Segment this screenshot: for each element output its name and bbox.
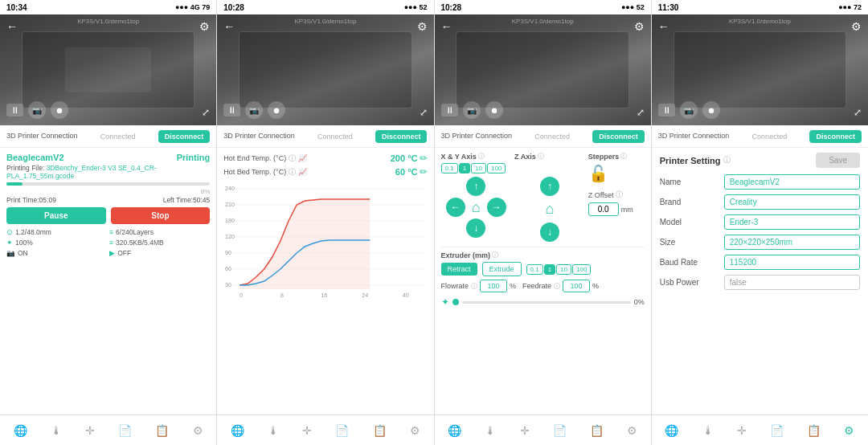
record-btn-4[interactable]: ⏺ xyxy=(702,101,720,119)
disconnect-btn-1[interactable]: Disconnect xyxy=(158,130,211,143)
photo-btn-2[interactable]: 📷 xyxy=(245,101,263,119)
fullscreen-btn-3[interactable]: ⤢ xyxy=(637,107,645,118)
photo-btn-4[interactable]: 📷 xyxy=(680,101,698,119)
hotbed-edit-btn[interactable]: ✏ xyxy=(420,166,428,178)
setting-brand-input[interactable] xyxy=(724,194,860,210)
pause-camera-btn-2[interactable]: ⏸ xyxy=(223,104,240,116)
svg-text:120: 120 xyxy=(225,234,235,239)
nav-move-icon-3[interactable]: ✛ xyxy=(520,424,530,437)
photo-btn-1[interactable]: 📷 xyxy=(28,101,46,119)
bottom-nav: 🌐 🌡 ✛ 📄 📋 ⚙ 🌐 🌡 ✛ 📄 📋 ⚙ 🌐 🌡 ✛ 📄 📋 ⚙ xyxy=(0,414,868,445)
z-offset-input[interactable] xyxy=(588,202,619,216)
fullscreen-btn-2[interactable]: ⤢ xyxy=(420,107,428,118)
nav-move-icon-1[interactable]: ✛ xyxy=(85,424,95,437)
back-btn-3[interactable]: ← xyxy=(441,20,452,33)
setting-row-size: Size xyxy=(660,235,860,250)
progress-pct: 8% xyxy=(6,188,210,195)
connection-title-4: 3D Printer Connection xyxy=(658,132,730,141)
xy-right-btn[interactable]: → xyxy=(487,198,506,217)
nav-temp-icon-3[interactable]: 🌡 xyxy=(485,424,496,437)
xy-up-btn[interactable]: ↑ xyxy=(466,177,485,196)
nav-settings-icon-3[interactable]: ⚙ xyxy=(627,424,637,437)
nav-move-icon-4[interactable]: ✛ xyxy=(737,424,747,437)
record-btn-1[interactable]: ⏺ xyxy=(51,101,68,119)
temp-chart: 240 210 180 120 90 60 30 0 8 16 24 40 xyxy=(223,181,427,301)
fan-speed-value: 0% xyxy=(634,298,645,306)
xy-down-btn[interactable]: ↓ xyxy=(466,218,485,238)
disconnect-btn-3[interactable]: Disconnect xyxy=(592,130,645,143)
flowrate-input[interactable] xyxy=(480,280,507,292)
nav-file-icon-4[interactable]: 📄 xyxy=(770,424,784,437)
connection-status-4: Connected xyxy=(752,133,788,141)
fullscreen-btn-1[interactable]: ⤢ xyxy=(202,107,210,118)
z-down-btn[interactable]: ↓ xyxy=(540,222,559,242)
nav-file-icon-3[interactable]: 📄 xyxy=(553,424,567,437)
connection-bar-2: 3D Printer Connection Connected Disconne… xyxy=(217,125,433,148)
setting-usb-label: Usb Power xyxy=(660,278,724,287)
ext-step-1[interactable]: 1 xyxy=(544,264,555,275)
nav-globe-icon-2[interactable]: 🌐 xyxy=(231,424,244,437)
nav-move-icon-2[interactable]: ✛ xyxy=(302,424,312,437)
save-btn[interactable]: Save xyxy=(816,153,860,168)
xy-jog-controls: ↑ ← ⌂ → ↓ xyxy=(441,177,512,238)
back-btn-2[interactable]: ← xyxy=(223,20,235,33)
feedrate-input[interactable] xyxy=(563,280,590,292)
ext-step-10[interactable]: 10 xyxy=(556,264,571,275)
setting-name-input[interactable] xyxy=(724,174,860,190)
stop-print-btn[interactable]: Stop xyxy=(111,207,211,224)
nav-globe-icon-4[interactable]: 🌐 xyxy=(665,424,678,437)
disconnect-btn-4[interactable]: Disconnect xyxy=(809,130,862,143)
setting-row-model: Model xyxy=(660,214,860,230)
nav-globe-icon-3[interactable]: 🌐 xyxy=(448,424,461,437)
xy-home-btn[interactable]: ⌂ xyxy=(472,199,481,216)
fullscreen-btn-4[interactable]: ⤢ xyxy=(854,107,862,118)
xy-step-1[interactable]: 1 xyxy=(459,163,470,174)
retract-btn[interactable]: Retract xyxy=(441,263,477,276)
ext-step-100[interactable]: 100 xyxy=(572,264,591,275)
nav-file-icon-1[interactable]: 📄 xyxy=(118,424,132,437)
hotend-edit-btn[interactable]: ✏ xyxy=(420,153,428,164)
nav-file2-icon-2[interactable]: 📋 xyxy=(373,424,387,437)
setting-usb-input[interactable] xyxy=(724,275,860,290)
nav-settings-icon-2[interactable]: ⚙ xyxy=(410,424,420,437)
nav-temp-icon-4[interactable]: 🌡 xyxy=(702,424,714,437)
xy-step-10[interactable]: 10 xyxy=(471,163,486,174)
back-btn-4[interactable]: ← xyxy=(658,20,669,33)
pause-camera-btn-3[interactable]: ⏸ xyxy=(441,104,458,116)
disconnect-btn-2[interactable]: Disconnect xyxy=(375,130,428,143)
record-btn-2[interactable]: ⏺ xyxy=(268,101,285,119)
pause-camera-btn-4[interactable]: ⏸ xyxy=(658,104,675,116)
nav-temp-icon-1[interactable]: 🌡 xyxy=(51,424,62,437)
panel-temperature: ← ⚙ KP3S/V1.0/demo1top ⏸ 📷 ⏺ ⤢ 3D Printe… xyxy=(217,14,434,414)
xy-step-01[interactable]: 0.1 xyxy=(441,163,458,174)
nav-file-icon-2[interactable]: 📄 xyxy=(335,424,349,437)
record-btn-3[interactable]: ⏺ xyxy=(485,101,503,119)
settings-btn-3[interactable]: ⚙ xyxy=(634,20,645,33)
settings-btn-4[interactable]: ⚙ xyxy=(851,20,862,33)
settings-btn-2[interactable]: ⚙ xyxy=(417,20,428,33)
z-up-btn[interactable]: ↑ xyxy=(540,177,559,196)
ext-step-01[interactable]: 0.1 xyxy=(526,264,543,275)
setting-baud-input[interactable] xyxy=(724,255,860,270)
nav-globe-icon-1[interactable]: 🌐 xyxy=(14,424,27,437)
back-btn-1[interactable]: ← xyxy=(6,20,18,33)
printer-name: BeaglecamV2 xyxy=(6,153,64,162)
status-bar-3: 10:28 ●●● 52 xyxy=(435,0,652,14)
pause-camera-btn-1[interactable]: ⏸ xyxy=(6,104,23,116)
nav-settings-icon-1[interactable]: ⚙ xyxy=(193,424,203,437)
pause-print-btn[interactable]: Pause xyxy=(6,207,106,224)
settings-btn-1[interactable]: ⚙ xyxy=(199,20,210,33)
nav-settings-active-icon-4[interactable]: ⚙ xyxy=(844,424,854,437)
nav-file2-icon-4[interactable]: 📋 xyxy=(807,424,821,437)
photo-btn-3[interactable]: 📷 xyxy=(463,101,481,119)
setting-model-input[interactable] xyxy=(724,214,860,230)
z-home-btn[interactable]: ⌂ xyxy=(545,201,554,218)
xy-step-100[interactable]: 100 xyxy=(487,163,506,174)
setting-size-input[interactable] xyxy=(724,235,860,250)
nav-file2-icon-1[interactable]: 📋 xyxy=(155,424,169,437)
extrude-btn[interactable]: Extrude xyxy=(482,262,522,276)
signal-2: ●●● 52 xyxy=(404,3,428,11)
nav-temp-icon-2[interactable]: 🌡 xyxy=(268,424,279,437)
nav-file2-icon-3[interactable]: 📋 xyxy=(590,424,604,437)
xy-left-btn[interactable]: ← xyxy=(446,198,465,217)
